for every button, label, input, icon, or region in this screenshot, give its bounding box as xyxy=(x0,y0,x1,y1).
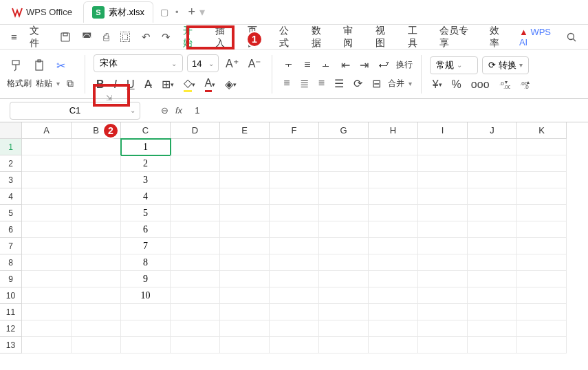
align-bottom-icon[interactable]: ⫠ xyxy=(318,57,334,72)
cell-J3[interactable] xyxy=(468,172,517,188)
cell-C13[interactable] xyxy=(121,337,171,353)
cell-I10[interactable] xyxy=(418,287,468,304)
save-icon[interactable] xyxy=(56,29,75,45)
cell-J6[interactable] xyxy=(468,221,517,238)
cell-D8[interactable] xyxy=(171,254,220,271)
cell-C10[interactable]: 10 xyxy=(121,287,171,304)
cell-G6[interactable] xyxy=(319,221,369,238)
cut-icon[interactable]: ✂ xyxy=(54,58,68,74)
font-name-select[interactable]: 宋体⌄ xyxy=(94,54,183,72)
name-box[interactable]: C1 ⌄ xyxy=(10,102,140,120)
cell-H4[interactable] xyxy=(369,188,418,205)
row-head-7[interactable]: 7 xyxy=(0,238,22,254)
cell-I9[interactable] xyxy=(418,271,468,287)
wrap-text-icon[interactable]: ⮐ xyxy=(375,57,392,72)
number-format-select[interactable]: 常规⌄ xyxy=(430,56,478,74)
col-head-I[interactable]: I xyxy=(418,122,468,139)
cell-B13[interactable] xyxy=(72,337,121,353)
cell-C7[interactable]: 7 xyxy=(121,238,171,254)
cell-B5[interactable] xyxy=(72,205,121,221)
cell-J13[interactable] xyxy=(468,337,517,353)
cell-K5[interactable] xyxy=(517,205,567,221)
cell-K6[interactable] xyxy=(517,221,567,238)
copy-icon[interactable]: ⧉ xyxy=(64,76,76,91)
row-head-5[interactable]: 5 xyxy=(0,205,22,221)
orientation-icon[interactable]: ⟳ xyxy=(351,76,365,91)
cell-F5[interactable] xyxy=(270,205,319,221)
row-head-9[interactable]: 9 xyxy=(0,271,22,287)
launcher-icon[interactable]: ⇲ xyxy=(106,94,112,102)
paste-label[interactable]: 粘贴 xyxy=(36,78,52,89)
cell-K1[interactable] xyxy=(517,139,567,155)
cell-C4[interactable]: 4 xyxy=(121,188,171,205)
cell-D13[interactable] xyxy=(171,337,220,353)
cell-C1[interactable]: 1 xyxy=(121,139,171,155)
cell-A9[interactable] xyxy=(22,271,72,287)
cell-K9[interactable] xyxy=(517,271,567,287)
cell-C2[interactable]: 2 xyxy=(121,155,171,172)
new-tab-button[interactable]: + xyxy=(188,5,196,19)
cell-E11[interactable] xyxy=(220,304,270,320)
hamburger-icon[interactable]: ≡ xyxy=(7,28,21,45)
cell-I12[interactable] xyxy=(418,320,468,337)
cell-J9[interactable] xyxy=(468,271,517,287)
cell-E7[interactable] xyxy=(220,238,270,254)
cell-F11[interactable] xyxy=(270,304,319,320)
merge-icon[interactable]: ⊟ xyxy=(369,76,384,91)
cell-D4[interactable] xyxy=(171,188,220,205)
cell-I3[interactable] xyxy=(418,172,468,188)
cell-I5[interactable] xyxy=(418,205,468,221)
cell-A2[interactable] xyxy=(22,155,72,172)
tab-insert[interactable]: 插入 xyxy=(210,22,239,52)
comma-icon[interactable]: ооо xyxy=(468,77,492,92)
wrap-label[interactable]: 换行 xyxy=(396,59,413,71)
effects-icon[interactable]: ◈▾ xyxy=(222,76,239,92)
cell-C8[interactable]: 8 xyxy=(121,254,171,271)
cell-E10[interactable] xyxy=(220,287,270,304)
cell-F12[interactable] xyxy=(270,320,319,337)
cell-E3[interactable] xyxy=(220,172,270,188)
tab-page[interactable]: 页面 xyxy=(242,22,272,52)
cell-K10[interactable] xyxy=(517,287,567,304)
indent-increase-icon[interactable]: ⇥ xyxy=(357,57,371,73)
formula-value[interactable]: 1 xyxy=(195,105,199,116)
cell-K12[interactable] xyxy=(517,320,567,337)
cell-G4[interactable] xyxy=(319,188,369,205)
paste-icon[interactable] xyxy=(30,57,50,74)
cell-A1[interactable] xyxy=(22,139,72,155)
cell-D10[interactable] xyxy=(171,287,220,304)
cell-G9[interactable] xyxy=(319,271,369,287)
cell-A10[interactable] xyxy=(22,287,72,304)
row-head-4[interactable]: 4 xyxy=(0,188,22,205)
align-middle-icon[interactable]: ≡ xyxy=(301,57,313,72)
cell-H13[interactable] xyxy=(369,337,418,353)
convert-button[interactable]: ⟳转换▾ xyxy=(482,56,529,74)
currency-icon[interactable]: ¥▾ xyxy=(430,77,445,92)
cell-I8[interactable] xyxy=(418,254,468,271)
cell-G5[interactable] xyxy=(319,205,369,221)
cell-J2[interactable] xyxy=(468,155,517,172)
cell-B10[interactable] xyxy=(72,287,121,304)
col-head-A[interactable]: A xyxy=(22,122,72,139)
increase-decimal-icon[interactable]: .0.00 xyxy=(497,78,513,91)
cell-H2[interactable] xyxy=(369,155,418,172)
cell-B9[interactable] xyxy=(72,271,121,287)
cell-D11[interactable] xyxy=(171,304,220,320)
cell-H11[interactable] xyxy=(369,304,418,320)
tab-start[interactable]: 开始 xyxy=(177,22,207,52)
chevron-down-icon[interactable]: ⌄ xyxy=(130,107,135,114)
cell-D12[interactable] xyxy=(171,320,220,337)
cell-A11[interactable] xyxy=(22,304,72,320)
cell-I4[interactable] xyxy=(418,188,468,205)
decrease-decimal-icon[interactable]: .00.0 xyxy=(517,78,534,91)
redo-icon[interactable]: ↷ xyxy=(157,28,175,46)
cell-K13[interactable] xyxy=(517,337,567,353)
cell-A12[interactable] xyxy=(22,320,72,337)
row-head-2[interactable]: 2 xyxy=(0,155,22,172)
col-head-K[interactable]: K xyxy=(517,122,567,139)
select-all-corner[interactable] xyxy=(0,122,22,139)
align-center-icon[interactable]: ≣ xyxy=(297,76,312,91)
cell-E8[interactable] xyxy=(220,254,270,271)
cell-G13[interactable] xyxy=(319,337,369,353)
col-head-J[interactable]: J xyxy=(468,122,517,139)
